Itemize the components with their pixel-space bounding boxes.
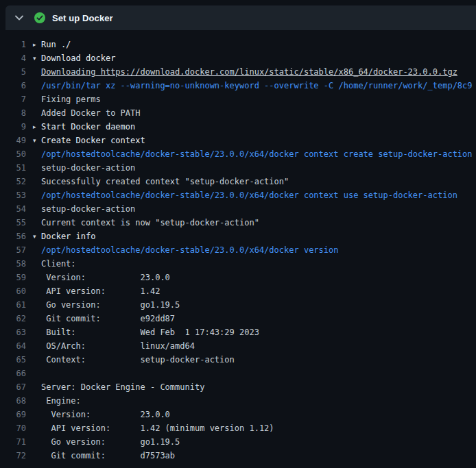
line-number[interactable]: 5: [0, 65, 33, 79]
log-line: 7 Fixing perms: [0, 93, 476, 106]
group-toggle-icon[interactable]: ▸: [33, 38, 41, 51]
log-text: Docker info: [41, 230, 95, 243]
line-number[interactable]: 63: [0, 325, 33, 339]
line-number[interactable]: 62: [0, 312, 33, 325]
log-text: Fixing perms: [41, 93, 101, 106]
log-line: 59 Version: 23.0.0: [0, 271, 476, 284]
log-line: 71 Go version: go1.19.5: [0, 435, 476, 449]
line-number[interactable]: 67: [0, 380, 33, 394]
log-text: Server: Docker Engine - Community: [41, 380, 204, 394]
log-line: 67 Server: Docker Engine - Community: [0, 380, 476, 394]
line-number[interactable]: 56: [0, 230, 33, 243]
line-number[interactable]: 65: [0, 353, 33, 367]
log-line: 72 Git commit: d7573ab: [0, 449, 476, 463]
line-number[interactable]: 6: [0, 79, 33, 93]
log-text: API version: 1.42: [41, 284, 160, 298]
log-line: 53 /opt/hostedtoolcache/docker-stable/23…: [0, 188, 476, 202]
line-number[interactable]: 7: [0, 93, 33, 106]
log-text: Create Docker context: [41, 134, 145, 147]
line-number[interactable]: 57: [0, 243, 33, 257]
log-text: API version: 1.42 (minimum version 1.12): [41, 421, 274, 435]
chevron-down-icon[interactable]: [14, 12, 25, 23]
line-number[interactable]: 52: [0, 175, 33, 188]
log-text: Version: 23.0.0: [41, 408, 170, 421]
group-toggle-icon[interactable]: ▸: [33, 120, 41, 134]
log-text: /opt/hostedtoolcache/docker-stable/23.0.…: [41, 188, 457, 202]
success-check-icon: [34, 12, 45, 23]
step-title: Set up Docker: [52, 13, 113, 23]
line-number[interactable]: 50: [0, 147, 33, 161]
log-text: Git commit: e92dd87: [41, 312, 175, 325]
log-line: 50 /opt/hostedtoolcache/docker-stable/23…: [0, 147, 476, 161]
log-line[interactable]: 9 ▸ Start Docker daemon: [0, 120, 476, 134]
log-line: 57 /opt/hostedtoolcache/docker-stable/23…: [0, 243, 476, 257]
line-number[interactable]: 49: [0, 134, 33, 147]
log-text: Version: 23.0.0: [41, 271, 170, 284]
group-toggle-icon[interactable]: ▾: [33, 51, 41, 65]
log-line[interactable]: 4 ▾ Download docker: [0, 51, 476, 65]
group-toggle-icon[interactable]: ▾: [33, 230, 41, 243]
log-line: 60 API version: 1.42: [0, 284, 476, 298]
log-text: Client:: [41, 257, 76, 271]
log-line: 54 setup-docker-action: [0, 202, 476, 216]
line-number[interactable]: 70: [0, 421, 33, 435]
log-line: 6 /usr/bin/tar xz --warning=no-unknown-k…: [0, 79, 476, 93]
line-number[interactable]: 68: [0, 394, 33, 408]
log-line: 55 Current context is now "setup-docker-…: [0, 216, 476, 230]
line-number[interactable]: 59: [0, 271, 33, 284]
line-number[interactable]: 58: [0, 257, 33, 271]
log-text: Engine:: [41, 394, 81, 408]
line-number[interactable]: 72: [0, 449, 33, 463]
line-number[interactable]: 51: [0, 161, 33, 175]
line-number[interactable]: 69: [0, 408, 33, 421]
log-line: 61 Go version: go1.19.5: [0, 298, 476, 312]
log-line: 52 Successfully created context "setup-d…: [0, 175, 476, 188]
log-line: 62 Git commit: e92dd87: [0, 312, 476, 325]
log-line[interactable]: 56 ▾ Docker info: [0, 230, 476, 243]
log-text: Successfully created context "setup-dock…: [41, 175, 289, 188]
line-number[interactable]: 55: [0, 216, 33, 230]
log-text: Start Docker daemon: [41, 120, 135, 134]
log-line: 63 Built: Wed Feb 1 17:43:29 2023: [0, 325, 476, 339]
chevron-down-icon-svg: [15, 15, 23, 21]
log-text: Current context is now "setup-docker-act…: [41, 216, 259, 230]
log-line: 8 Added Docker to PATH: [0, 106, 476, 120]
log-line: 66: [0, 367, 476, 380]
log-line[interactable]: 1 ▸ Run ./: [0, 38, 476, 51]
line-number[interactable]: 61: [0, 298, 33, 312]
log-viewer: 1 ▸ Run ./ 4 ▾ Download docker 5 Downloa…: [0, 30, 476, 463]
line-number[interactable]: 8: [0, 106, 33, 120]
line-number[interactable]: 66: [0, 367, 33, 380]
group-toggle-icon[interactable]: ▾: [33, 134, 41, 147]
log-text: setup-docker-action: [41, 202, 135, 216]
log-text[interactable]: Downloading https://download.docker.com/…: [41, 65, 457, 79]
log-line: 51 setup-docker-action: [0, 161, 476, 175]
line-number[interactable]: 60: [0, 284, 33, 298]
log-line: 5 Downloading https://download.docker.co…: [0, 65, 476, 79]
line-number[interactable]: 54: [0, 202, 33, 216]
line-number[interactable]: 1: [0, 38, 33, 51]
line-number[interactable]: 71: [0, 435, 33, 449]
log-line: 64 OS/Arch: linux/amd64: [0, 339, 476, 353]
line-number[interactable]: 4: [0, 51, 33, 65]
line-number[interactable]: 9: [0, 120, 33, 134]
log-text: OS/Arch: linux/amd64: [41, 339, 195, 353]
log-text: /opt/hostedtoolcache/docker-stable/23.0.…: [41, 147, 473, 161]
log-line: 70 API version: 1.42 (minimum version 1.…: [0, 421, 476, 435]
log-text: Go version: go1.19.5: [41, 435, 180, 449]
log-line: 69 Version: 23.0.0: [0, 408, 476, 421]
log-line: 68 Engine:: [0, 394, 476, 408]
log-text: /usr/bin/tar xz --warning=no-unknown-key…: [41, 79, 473, 93]
step-header[interactable]: Set up Docker: [5, 5, 476, 30]
log-line[interactable]: 49 ▾ Create Docker context: [0, 134, 476, 147]
line-number[interactable]: 53: [0, 188, 33, 202]
log-line: 58 Client:: [0, 257, 476, 271]
line-number[interactable]: 64: [0, 339, 33, 353]
log-text: setup-docker-action: [41, 161, 135, 175]
log-text: Built: Wed Feb 1 17:43:29 2023: [41, 325, 259, 339]
log-text: Git commit: d7573ab: [41, 449, 175, 463]
log-text: Context: setup-docker-action: [41, 353, 235, 367]
log-text: /opt/hostedtoolcache/docker-stable/23.0.…: [41, 243, 338, 257]
log-text: Download docker: [41, 51, 115, 65]
log-line: 65 Context: setup-docker-action: [0, 353, 476, 367]
